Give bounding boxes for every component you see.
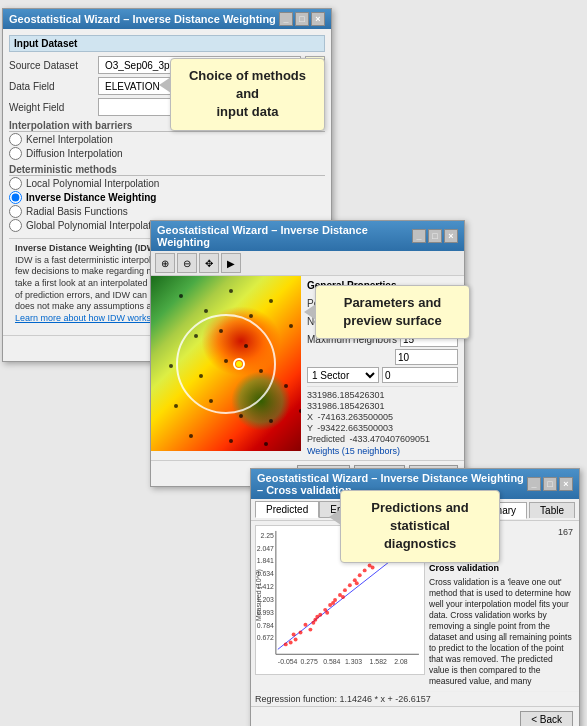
- svg-point-26: [236, 361, 242, 367]
- coord-x-label: X: [307, 412, 313, 422]
- input-dataset-header: Input Dataset: [9, 35, 325, 52]
- svg-point-47: [294, 637, 298, 641]
- svg-text:2.047: 2.047: [257, 545, 274, 552]
- min-neighbors-row: 10: [307, 349, 458, 365]
- w3-minimize-button[interactable]: _: [527, 477, 541, 491]
- cv-desc: Cross validation is a 'leave one out' me…: [429, 577, 575, 687]
- svg-point-17: [174, 404, 178, 408]
- window1-title: Geostatistical Wizard – Inverse Distance…: [9, 13, 276, 25]
- coords-section: 331986.185426301 331986.185426301 X -741…: [307, 386, 458, 456]
- coord-y-label-row: Y -93422.663500003: [307, 423, 458, 433]
- map-scatter: [151, 276, 301, 451]
- callout1: Choice of methods andinput data: [170, 58, 325, 131]
- svg-text:-0.054: -0.054: [278, 658, 298, 665]
- coord-y-val: -74163.263500005: [318, 412, 394, 422]
- idw-option[interactable]: Inverse Distance Weighting: [9, 191, 325, 204]
- svg-point-59: [348, 583, 352, 587]
- svg-point-21: [299, 409, 301, 413]
- svg-point-15: [284, 384, 288, 388]
- zoom-in-button[interactable]: ⊕: [155, 253, 175, 273]
- svg-point-71: [341, 595, 345, 599]
- neighbors-link[interactable]: Weights (15 neighbors): [307, 446, 458, 456]
- coord-x2-val: 331986.185426301: [307, 401, 385, 411]
- svg-point-77: [331, 601, 335, 605]
- svg-point-62: [363, 568, 367, 572]
- svg-point-7: [219, 329, 223, 333]
- svg-text:0.672: 0.672: [257, 634, 274, 641]
- svg-point-50: [308, 628, 312, 632]
- w3-close-button[interactable]: ×: [559, 477, 573, 491]
- coord-y2-val: -93422.663500003: [317, 423, 393, 433]
- coord-x1-val: 331986.185426301: [307, 390, 385, 400]
- svg-point-13: [224, 359, 228, 363]
- svg-point-73: [371, 565, 375, 569]
- svg-point-72: [355, 581, 359, 585]
- data-field-label: Data Field: [9, 81, 94, 92]
- svg-text:1.303: 1.303: [345, 658, 362, 665]
- window1-titlebar: Geostatistical Wizard – Inverse Distance…: [3, 9, 331, 29]
- svg-point-49: [303, 623, 307, 627]
- deterministic-category: Deterministic methods: [9, 164, 325, 176]
- coord-y-label: Y: [307, 423, 313, 433]
- global-poly-label: Global Polynomial Interpolation: [26, 220, 164, 231]
- w3-footer: < Back: [251, 706, 579, 726]
- rbf-option[interactable]: Radial Basis Functions: [9, 205, 325, 218]
- sector-val: 0: [382, 367, 458, 383]
- coord-x2-row: 331986.185426301: [307, 401, 458, 411]
- cv-title: Cross validation: [429, 563, 575, 573]
- svg-text:2.25: 2.25: [260, 532, 274, 539]
- predicted-label: Predicted: [307, 434, 345, 444]
- svg-point-3: [229, 289, 233, 293]
- svg-point-2: [204, 309, 208, 313]
- svg-point-8: [244, 344, 248, 348]
- svg-point-12: [199, 374, 203, 378]
- svg-text:0.584: 0.584: [323, 658, 340, 665]
- maximize-button[interactable]: □: [295, 12, 309, 26]
- svg-point-14: [259, 369, 263, 373]
- sector-select[interactable]: 1 Sector: [307, 367, 379, 383]
- kernel-interpolation-option[interactable]: Kernel Interpolation: [9, 133, 325, 146]
- window2-title: Geostatistical Wizard – Inverse Distance…: [157, 224, 412, 248]
- regression-text: Regression function: 1.14246 * x + -26.6…: [255, 694, 431, 704]
- sector-row: 1 Sector 0: [307, 367, 458, 383]
- back-button-w3[interactable]: < Back: [520, 711, 573, 726]
- svg-text:0.275: 0.275: [301, 658, 318, 665]
- select-button[interactable]: ▶: [221, 253, 241, 273]
- svg-text:0.784: 0.784: [257, 622, 274, 629]
- window2-titlebar: Geostatistical Wizard – Inverse Distance…: [151, 221, 464, 251]
- svg-point-4: [249, 314, 253, 318]
- coord-x-label-row: X -74163.263500005: [307, 412, 458, 422]
- callout2: Parameters andpreview surface: [315, 285, 470, 339]
- zoom-out-button[interactable]: ⊖: [177, 253, 197, 273]
- window2: Geostatistical Wizard – Inverse Distance…: [150, 220, 465, 487]
- w2-close-button[interactable]: ×: [444, 229, 458, 243]
- svg-point-48: [292, 633, 296, 637]
- svg-point-76: [315, 615, 319, 619]
- svg-point-9: [289, 324, 293, 328]
- w2-minimize-button[interactable]: _: [412, 229, 426, 243]
- svg-point-61: [358, 573, 362, 577]
- svg-point-18: [209, 399, 213, 403]
- local-poly-option[interactable]: Local Polynomial Interpolation: [9, 177, 325, 190]
- w3-maximize-button[interactable]: □: [543, 477, 557, 491]
- pan-button[interactable]: ✥: [199, 253, 219, 273]
- svg-point-46: [284, 642, 288, 646]
- desc-link[interactable]: Learn more about how IDW works: [15, 313, 151, 323]
- diffusion-interpolation-option[interactable]: Diffusion Interpolation: [9, 147, 325, 160]
- coord-x1-row: 331986.185426301: [307, 390, 458, 400]
- callout2-text: Parameters andpreview surface: [343, 295, 441, 328]
- minimize-button[interactable]: _: [279, 12, 293, 26]
- close-button[interactable]: ×: [311, 12, 325, 26]
- kernel-interpolation-label: Kernel Interpolation: [26, 134, 113, 145]
- source-dataset-label: Source Dataset: [9, 60, 94, 71]
- svg-point-24: [264, 442, 268, 446]
- svg-point-11: [169, 364, 173, 368]
- callout3-text: Predictions and statisticaldiagnostics: [371, 500, 469, 551]
- svg-text:1.841: 1.841: [257, 557, 274, 564]
- svg-point-75: [289, 640, 293, 644]
- count-value: 167: [558, 527, 573, 537]
- tab-table[interactable]: Table: [529, 502, 575, 518]
- tab-predicted[interactable]: Predicted: [255, 501, 319, 518]
- svg-point-5: [269, 299, 273, 303]
- w2-maximize-button[interactable]: □: [428, 229, 442, 243]
